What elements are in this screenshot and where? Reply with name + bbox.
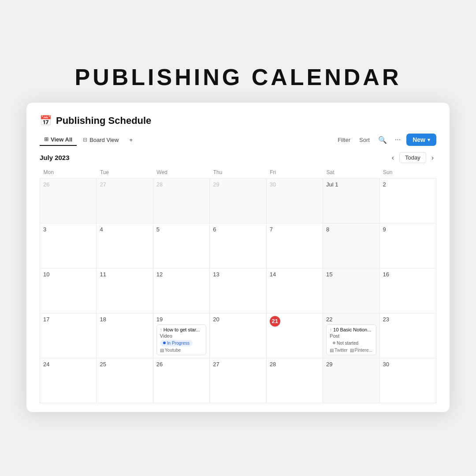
new-button[interactable]: New ▾ [406,134,436,146]
day-cell[interactable]: 27 [97,178,153,223]
event-card[interactable]: ↑10 Basic Notion...PostNot started▤Twitt… [326,324,376,355]
day-number: 27 [100,181,149,188]
day-cell[interactable]: 3 [40,223,97,268]
day-header-sun: Sun [379,167,436,178]
add-label: + [129,137,133,143]
today-number: 21 [270,316,280,327]
platform-name: Pintere... [355,348,372,353]
board-view-icon: ⊟ [83,137,87,143]
day-cell[interactable]: 5 [153,223,209,268]
day-cell[interactable]: 14 [266,268,323,313]
day-cell[interactable]: 29 [210,178,266,223]
day-number: 6 [213,226,263,233]
day-cell[interactable]: 30 [266,178,323,223]
event-title-row: ↑10 Basic Notion... [330,327,372,332]
board-view-button[interactable]: ⊟ Board View [78,134,123,145]
day-cell[interactable]: Jul 1 [323,178,379,223]
day-cell[interactable]: 4 [97,223,153,268]
week-row-4: 24252627282930 [40,358,436,403]
more-button[interactable]: ··· [393,134,403,145]
platform-icon: ▤ [160,348,164,353]
platform-tag: ▤Youtube [160,348,181,353]
day-cell[interactable]: 29 [323,358,379,403]
day-cell[interactable]: 19↑How to get star...VideoIn Progress▤Yo… [153,313,209,358]
day-cell[interactable]: 16 [379,268,436,313]
day-cell[interactable]: 7 [266,223,323,268]
day-cell[interactable]: 24 [40,358,97,403]
day-cell[interactable]: 11 [97,268,153,313]
day-cell[interactable]: 12 [153,268,209,313]
day-number: 8 [326,226,376,233]
day-number: 22 [326,316,376,323]
day-number: 26 [156,361,206,368]
day-number: 5 [156,226,206,233]
days-header-row: Mon Tue Wed Thu Fri Sat Sun [40,167,436,178]
day-cell[interactable]: 17 [40,313,97,358]
day-number: 28 [270,361,320,368]
day-cell[interactable]: 13 [210,268,266,313]
day-cell[interactable]: 27 [210,358,266,403]
platform-tag: ▤Twitter [330,348,347,353]
day-cell[interactable]: 21 [266,313,323,358]
week-row-0: 2627282930Jul 12 [40,178,436,223]
calendar-grid: Mon Tue Wed Thu Fri Sat Sun 2627282930Ju… [40,167,436,403]
day-cell[interactable]: 20 [210,313,266,358]
day-cell[interactable]: 22↑10 Basic Notion...PostNot started▤Twi… [323,313,379,358]
day-cell[interactable]: 18 [97,313,153,358]
sort-button[interactable]: Sort [357,135,372,145]
day-number: 30 [270,181,320,188]
day-cell[interactable]: 30 [379,358,436,403]
day-number: 18 [100,316,149,323]
day-number: 20 [213,316,263,323]
week-row-1: 3456789 [40,223,436,268]
event-title-icon: ↑ [330,327,332,332]
next-month-button[interactable]: › [429,153,436,163]
day-cell[interactable]: 8 [323,223,379,268]
day-cell[interactable]: 26 [40,178,97,223]
event-platforms: ▤Twitter▤Pintere... [330,348,372,353]
day-number: 25 [100,361,149,368]
toolbar: ⊞ View All ⊟ Board View + Filter Sort 🔍 … [40,134,436,146]
platform-name: Youtube [165,348,181,353]
event-card[interactable]: ↑How to get star...VideoIn Progress▤Yout… [156,324,206,355]
new-chevron: ▾ [428,137,430,143]
day-header-mon: Mon [40,167,97,178]
toolbar-right: Filter Sort 🔍 ··· New ▾ [335,134,436,146]
day-number: 13 [213,271,263,278]
day-header-sat: Sat [323,167,379,178]
filter-button[interactable]: Filter [335,135,353,145]
day-cell[interactable]: 9 [379,223,436,268]
day-cell[interactable]: 10 [40,268,97,313]
day-cell[interactable]: 2 [379,178,436,223]
day-number: Jul 1 [326,181,376,188]
day-number: 30 [383,361,433,368]
day-cell[interactable]: 15 [323,268,379,313]
view-all-button[interactable]: ⊞ View All [40,134,77,146]
day-cell[interactable]: 26 [153,358,209,403]
event-type: Video [160,333,203,338]
prev-month-button[interactable]: ‹ [389,153,397,163]
event-title-row: ↑How to get star... [160,327,203,332]
day-number: 7 [270,226,320,233]
calendar-icon: 📅 [40,115,52,126]
card: 📅 Publishing Schedule ⊞ View All ⊟ Board… [26,103,450,412]
add-view-button[interactable]: + [125,134,137,145]
day-number: 17 [43,316,93,323]
card-header: 📅 Publishing Schedule [40,115,436,126]
today-button[interactable]: Today [399,152,426,163]
day-cell[interactable]: 28 [266,358,323,403]
week-row-2: 10111213141516 [40,268,436,313]
day-cell[interactable]: 23 [379,313,436,358]
day-cell[interactable]: 25 [97,358,153,403]
day-number: 15 [326,271,376,278]
day-number: 27 [213,361,263,368]
card-title: Publishing Schedule [56,115,151,126]
platform-name: Twitter [335,348,347,353]
day-cell[interactable]: 6 [210,223,266,268]
day-cell[interactable]: 28 [153,178,209,223]
event-badge-not-started: Not started [330,340,361,346]
event-type: Post [330,333,372,338]
day-number: 11 [100,271,149,278]
search-button[interactable]: 🔍 [376,134,389,146]
page-title: PUBLISHING CALENDAR [75,64,402,90]
